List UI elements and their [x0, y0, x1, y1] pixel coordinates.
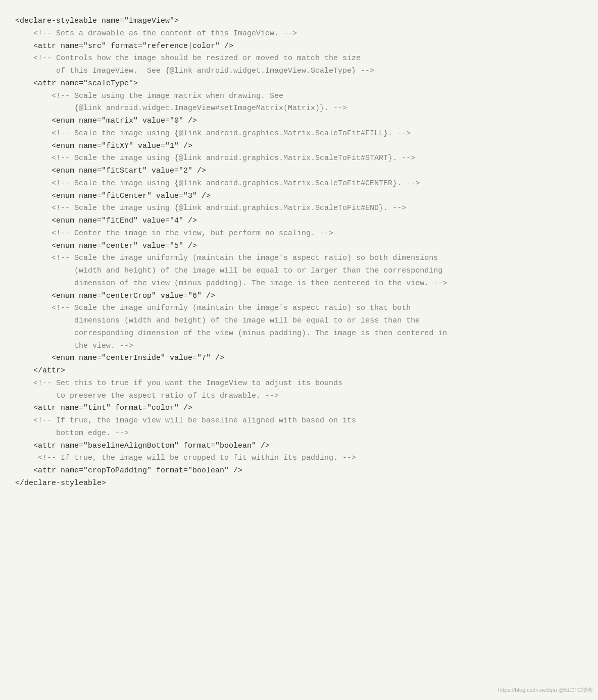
code-line-36: <attr name="cropToPadding" format="boole… — [15, 465, 583, 477]
code-line-30: to preserve the aspect ratio of its draw… — [15, 390, 583, 403]
code-block: <declare-styleable name="ImageView"> <!-… — [15, 10, 583, 495]
code-line-6: <!-- Scale using the image matrix when d… — [15, 90, 583, 103]
code-line-26: the view. --> — [15, 340, 583, 353]
code-line-13: <!-- Scale the image using {@link androi… — [15, 178, 583, 190]
code-line-11: <!-- Scale the image using {@link androi… — [15, 152, 583, 165]
code-line-31: <attr name="tint" format="color" /> — [15, 402, 583, 415]
code-line-32: <!-- If true, the image view will be bas… — [15, 415, 583, 427]
code-line-33: bottom edge. --> — [15, 427, 583, 440]
code-line-18: <enum name="center" value="5" /> — [15, 240, 583, 253]
code-line-9: <!-- Scale the image using {@link androi… — [15, 128, 583, 140]
code-line-0: <declare-styleable name="ImageView"> — [15, 15, 583, 28]
code-line-12: <enum name="fitStart" value="2" /> — [15, 165, 583, 178]
code-line-24: dimensions (width and height) of the ima… — [15, 315, 583, 328]
code-line-25: corresponding dimension of the view (min… — [15, 328, 583, 340]
code-line-22: <enum name="centerCrop" value="6" /> — [15, 290, 583, 303]
code-line-35: <!-- If true, the image will be cropped … — [15, 452, 583, 465]
watermark: https://blog.csdn.net/qiu @51CTO博客 — [498, 686, 593, 695]
code-line-5: <attr name="scaleType"> — [15, 78, 583, 90]
code-line-4: of this ImageView. See {@link android.wi… — [15, 65, 583, 78]
code-line-14: <enum name="fitCenter" value="3" /> — [15, 190, 583, 203]
code-line-1: <!-- Sets a drawable as the content of t… — [15, 28, 583, 40]
code-line-27: <enum name="centerInside" value="7" /> — [15, 352, 583, 365]
code-line-2: <attr name="src" format="reference|color… — [15, 40, 583, 53]
code-line-8: <enum name="matrix" value="0" /> — [15, 115, 583, 128]
code-line-17: <!-- Center the image in the view, but p… — [15, 228, 583, 240]
code-line-16: <enum name="fitEnd" value="4" /> — [15, 215, 583, 228]
code-line-10: <enum name="fitXY" value="1" /> — [15, 140, 583, 153]
code-line-34: <attr name="baselineAlignBottom" format=… — [15, 440, 583, 453]
code-line-29: <!-- Set this to true if you want the Im… — [15, 378, 583, 390]
code-line-23: <!-- Scale the image uniformly (maintain… — [15, 302, 583, 315]
code-line-21: dimension of the view (minus padding). T… — [15, 278, 583, 290]
code-line-15: <!-- Scale the image using {@link androi… — [15, 202, 583, 215]
code-line-19: <!-- Scale the image uniformly (maintain… — [15, 252, 583, 265]
code-line-7: {@link android.widget.ImageView#setImage… — [15, 102, 583, 115]
code-line-20: (width and height) of the image will be … — [15, 265, 583, 278]
code-line-3: <!-- Controls how the image should be re… — [15, 52, 583, 65]
code-line-28: </attr> — [15, 365, 583, 378]
code-line-37: </declare-styleable> — [15, 477, 583, 490]
